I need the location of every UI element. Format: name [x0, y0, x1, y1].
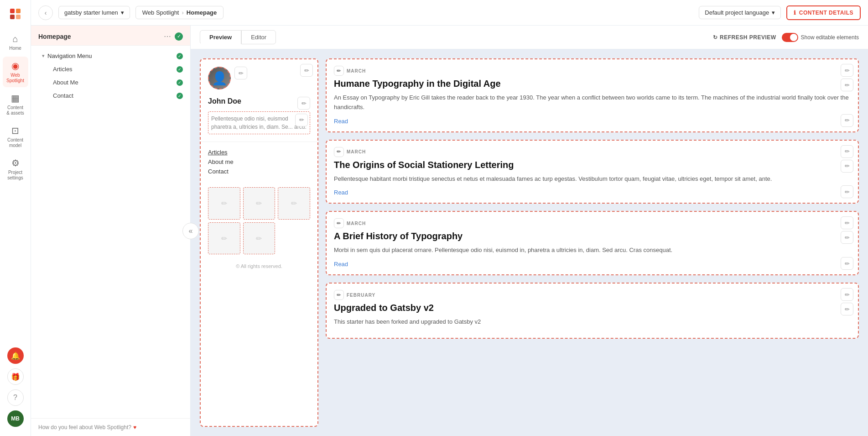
article-2-read-link[interactable]: Read	[334, 261, 348, 268]
show-editable-toggle[interactable]	[782, 33, 798, 42]
sidebar-item-home[interactable]: ⌂ Home	[3, 30, 28, 55]
project-name: gatsby starter lumen	[64, 9, 118, 16]
bio-img-5: ✏	[243, 222, 275, 255]
home-icon: ⌂	[12, 34, 18, 44]
tree-item-about-me-check: ✓	[177, 79, 183, 86]
article-1-read-link[interactable]: Read	[334, 189, 348, 196]
article-1-edit-right2: ✏	[841, 185, 853, 198]
article-2-edit-top[interactable]: ✏	[841, 216, 853, 229]
tab-preview[interactable]: Preview	[200, 30, 241, 44]
tab-editor[interactable]: Editor	[241, 30, 276, 44]
article-0-month-edit[interactable]: ✏	[334, 66, 344, 76]
left-panel-header: Homepage ⋯ ✓	[31, 26, 190, 46]
content-details-label: CONTENT DETAILS	[799, 10, 853, 16]
back-button[interactable]: ‹	[38, 5, 53, 20]
tree-item-navigation-menu-label: Navigation Menu	[47, 53, 177, 59]
article-2-title: A Brief History of Typography	[334, 230, 851, 242]
sidebar-item-content-assets-label: Content& assets	[6, 105, 24, 116]
tree-item-about-me[interactable]: About Me ✓	[31, 76, 190, 89]
article-0-month: ✏ MARCH	[334, 66, 851, 76]
bio-images: ✏ ✏ ✏ ✏ ✏	[201, 182, 317, 260]
sidebar-item-web-spotlight-label: WebSpotlight	[6, 73, 24, 84]
article-0-read-link[interactable]: Read	[334, 118, 348, 125]
bio-img-1: ✏	[208, 187, 240, 220]
collapse-panel-button[interactable]: «	[182, 223, 199, 239]
sidebar-item-web-spotlight[interactable]: ◉ WebSpotlight	[3, 57, 28, 87]
article-card-0: ✏ MARCH Humane Typography in the Digital…	[326, 58, 859, 132]
bio-card: ✏ ✏ John Doe ✏ Pellentesqu	[200, 58, 318, 427]
article-2-month-edit[interactable]: ✏	[334, 218, 344, 228]
tree-item-navigation-menu[interactable]: ▾ Navigation Menu ✓	[31, 49, 190, 63]
sidebar-item-project-settings[interactable]: ⚙ Projectsettings	[3, 154, 28, 184]
bell-icon: 🔔	[11, 352, 20, 360]
article-2-edit-bot[interactable]: ✏	[841, 231, 853, 244]
tree-item-about-me-label: About Me	[53, 79, 177, 86]
tree-item-contact-label: Contact	[53, 92, 177, 99]
preview-inner: Preview Editor ↻ REFRESH PREVIEW Show ed…	[191, 26, 868, 436]
bio-nav-about-me[interactable]: About me	[208, 157, 310, 167]
article-3-body: This starter has been forked and upgrade…	[334, 317, 851, 327]
sidebar-item-content-assets[interactable]: ▦ Content& assets	[3, 89, 28, 120]
article-1-edit-bot[interactable]: ✏	[841, 160, 853, 173]
app-sidebar: ⌂ Home ◉ WebSpotlight ▦ Content& assets …	[0, 0, 31, 436]
tab-group: Preview Editor	[200, 30, 276, 44]
article-2-link-edit[interactable]: ✏	[841, 257, 853, 270]
bio-description-edit-button[interactable]: ✏	[295, 114, 308, 126]
article-0-edit-bot[interactable]: ✏	[841, 79, 853, 91]
sidebar-nav: ⌂ Home ◉ WebSpotlight ▦ Content& assets …	[3, 30, 28, 347]
article-2-month: ✏ MARCH	[334, 218, 851, 228]
logo-sq-1	[10, 9, 15, 13]
article-0-edit-top[interactable]: ✏	[841, 64, 853, 77]
article-1-title: The Origins of Social Stationery Letteri…	[334, 159, 851, 171]
article-0-body: An Essay on Typography by Eric Gill take…	[334, 93, 851, 112]
article-1-body: Pellentesque habitant morbi tristique se…	[334, 174, 851, 184]
content-assets-icon: ▦	[11, 93, 20, 104]
tree-item-contact[interactable]: Contact ✓	[31, 89, 190, 102]
article-3-edit-bot[interactable]: ✏	[841, 303, 853, 315]
refresh-preview-button[interactable]: ↻ REFRESH PREVIEW	[713, 34, 776, 41]
breadcrumb: Web Spotlight › Homepage	[135, 6, 224, 19]
help-button[interactable]: ?	[7, 389, 24, 406]
tree-item-articles[interactable]: Articles ✓	[31, 63, 190, 76]
content-details-button[interactable]: ℹ CONTENT DETAILS	[786, 5, 861, 20]
preview-wrapper: « Preview Editor ↻ REFRESH PREVIEW	[191, 26, 868, 436]
preview-controls: ↻ REFRESH PREVIEW Show editable elements	[713, 33, 859, 42]
bio-nav-contact[interactable]: Contact	[208, 167, 310, 176]
article-1-edit-right: ✏ ✏	[841, 145, 853, 173]
article-3-edit-top[interactable]: ✏	[841, 288, 853, 301]
heart-icon[interactable]: ♥	[133, 424, 136, 431]
topbar-right: Default project language ▾ ℹ CONTENT DET…	[699, 5, 861, 20]
project-selector[interactable]: gatsby starter lumen ▾	[58, 6, 130, 19]
tree-item-articles-label: Articles	[53, 66, 177, 73]
content-details-info-icon: ℹ	[794, 10, 796, 16]
bio-avatar-area: ✏	[201, 59, 317, 97]
status-check: ✓	[175, 32, 183, 41]
breadcrumb-root: Web Spotlight	[142, 9, 179, 16]
article-0-link-edit[interactable]: ✏	[841, 114, 853, 127]
expand-icon: ▾	[42, 53, 45, 59]
article-3-month-edit[interactable]: ✏	[334, 290, 344, 300]
left-panel: Homepage ⋯ ✓ ▾ Navigation Menu ✓ Article…	[31, 26, 191, 436]
tree-list: ▾ Navigation Menu ✓ Articles ✓ About Me …	[31, 46, 190, 418]
bio-img-4: ✏	[208, 222, 240, 255]
tree-item-navigation-menu-check: ✓	[177, 53, 183, 59]
user-avatar[interactable]: MB	[7, 410, 24, 427]
article-card-1: ✏ MARCH The Origins of Social Stationery…	[326, 140, 859, 204]
left-panel-title: Homepage	[38, 33, 71, 40]
gifts-button[interactable]: 🎁	[7, 368, 24, 385]
language-selector[interactable]: Default project language ▾	[699, 6, 781, 19]
article-1-month-edit[interactable]: ✏	[334, 147, 344, 157]
logo-squares	[10, 9, 21, 19]
bio-img-3: ✏	[278, 187, 310, 220]
avatar-edit-button[interactable]: ✏	[234, 67, 247, 79]
notifications-button[interactable]: 🔔	[7, 347, 24, 364]
logo-sq-2	[16, 9, 21, 13]
article-1-edit-top[interactable]: ✏	[841, 145, 853, 158]
bio-nav-articles[interactable]: Articles	[208, 147, 310, 157]
bio-name-edit-button[interactable]: ✏	[297, 97, 310, 110]
article-1-link-edit[interactable]: ✏	[841, 185, 853, 198]
left-panel-actions: ⋯ ✓	[164, 32, 183, 41]
more-options-button[interactable]: ⋯	[164, 32, 171, 41]
sidebar-item-content-model[interactable]: ⊡ Contentmodel	[3, 121, 28, 152]
article-2-edit-right2: ✏	[841, 257, 853, 270]
